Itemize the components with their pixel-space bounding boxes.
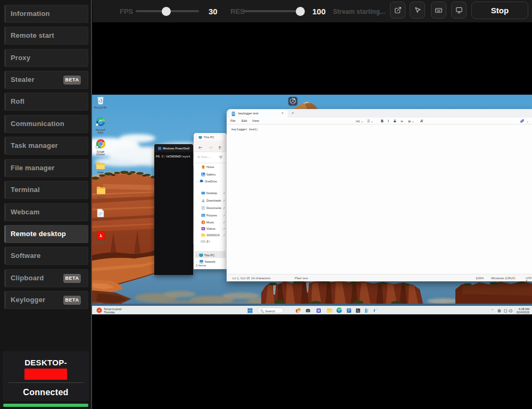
svg-text:λ: λ xyxy=(99,233,102,238)
